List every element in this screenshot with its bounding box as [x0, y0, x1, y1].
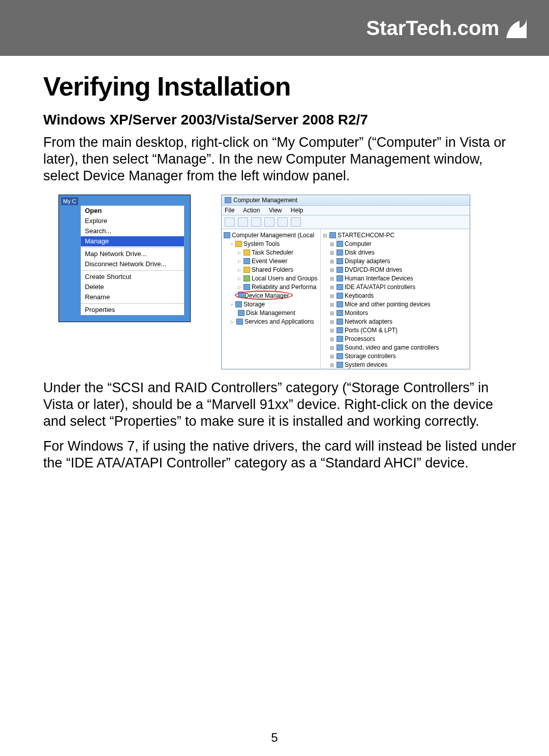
context-menu-item[interactable]: Properties: [81, 305, 184, 315]
context-menu-item-selected[interactable]: Manage: [81, 236, 184, 246]
toolbar-refresh-button[interactable]: [291, 217, 301, 227]
tree-node[interactable]: Display adapters: [323, 257, 468, 266]
tree-node[interactable]: Computer Management (Local: [224, 231, 318, 240]
page-header: StarTech.com: [0, 0, 549, 56]
tree-node[interactable]: Disk drives: [323, 248, 468, 257]
tree-node[interactable]: Reliability and Performa: [224, 283, 318, 292]
window-titlebar: Computer Management: [222, 195, 470, 206]
paragraph-1: From the main desktop, right-click on “M…: [43, 134, 518, 184]
tree-node[interactable]: Computer: [323, 240, 468, 248]
brand-logo: StarTech.com: [366, 16, 529, 40]
tree-node[interactable]: Keyboards: [323, 292, 468, 300]
tree-node[interactable]: DVD/CD-ROM drives: [323, 266, 468, 274]
menu-action[interactable]: Action: [243, 207, 260, 214]
tree-node[interactable]: System Tools: [224, 240, 318, 248]
context-menu-item[interactable]: Search...: [81, 226, 184, 236]
brand-icon: [504, 16, 529, 40]
menu-help[interactable]: Help: [291, 207, 303, 214]
tree-node[interactable]: Event Viewer: [224, 257, 318, 266]
menu-separator: [81, 303, 184, 304]
menu-file[interactable]: File: [225, 207, 234, 214]
tree-node[interactable]: STARTECHCOM-PC: [323, 231, 468, 240]
paragraph-3: For Windows 7, if using the native drive…: [43, 438, 518, 471]
section-subtitle: Windows XP/Server 2003/Vista/Server 2008…: [43, 112, 518, 128]
right-tree-pane: STARTECHCOM-PC Computer Disk drives Disp…: [321, 229, 470, 369]
toolbar-back-button[interactable]: [225, 217, 235, 227]
tree-node[interactable]: Local Users and Groups: [224, 274, 318, 283]
tree-node[interactable]: IDE ATA/ATAPI controllers: [323, 283, 468, 292]
tree-node[interactable]: Ports (COM & LPT): [323, 326, 468, 335]
context-menu-item[interactable]: Disconnect Network Drive...: [81, 259, 184, 269]
tree-node[interactable]: Mice and other pointing devices: [323, 300, 468, 309]
toolbar-help-button[interactable]: [278, 217, 288, 227]
brand-text: StarTech.com: [366, 17, 499, 40]
toolbar-properties-button[interactable]: [264, 217, 274, 227]
computer-management-screenshot: Computer Management File Action View Hel…: [221, 195, 470, 369]
menu-separator: [81, 270, 184, 271]
tree-node[interactable]: Sound, video and game controllers: [323, 343, 468, 352]
tree-node[interactable]: System devices: [323, 361, 468, 369]
page-title: Verifying Installation: [43, 71, 518, 102]
window-menubar: File Action View Help: [222, 206, 470, 215]
menu-view[interactable]: View: [269, 207, 282, 214]
context-menu: Open Explore Search... Manage Map Networ…: [80, 205, 185, 316]
menu-separator: [81, 247, 184, 248]
tree-node[interactable]: Human Interface Devices: [323, 274, 468, 283]
context-menu-item[interactable]: Open: [81, 206, 184, 216]
context-menu-item[interactable]: Create Shortcut: [81, 272, 184, 282]
figure-row: My C Open Explore Search... Manage Map N…: [58, 195, 518, 369]
page-content: Verifying Installation Windows XP/Server…: [0, 56, 549, 471]
context-menu-screenshot: My C Open Explore Search... Manage Map N…: [58, 195, 191, 322]
toolbar-forward-button[interactable]: [238, 217, 248, 227]
tree-node[interactable]: Monitors: [323, 309, 468, 318]
window-body: Computer Management (Local System Tools …: [222, 229, 470, 369]
tree-node[interactable]: Shared Folders: [224, 266, 318, 274]
context-menu-item[interactable]: Map Network Drive...: [81, 249, 184, 259]
context-menu-item[interactable]: Rename: [81, 292, 184, 302]
window-toolbar: [222, 215, 470, 229]
left-tree-pane: Computer Management (Local System Tools …: [222, 229, 321, 369]
toolbar-up-button[interactable]: [251, 217, 261, 227]
paragraph-2: Under the “SCSI and RAID Controllers” ca…: [43, 380, 518, 430]
tree-node[interactable]: Processors: [323, 335, 468, 343]
tree-node-device-manager[interactable]: Device Manager: [224, 292, 318, 300]
tree-node[interactable]: Network adapters: [323, 318, 468, 326]
page-number: 5: [0, 731, 549, 745]
context-menu-item[interactable]: Explore: [81, 216, 184, 226]
desktop-icon-label: My C: [61, 197, 78, 205]
app-icon: [225, 197, 231, 203]
tree-node[interactable]: Storage: [224, 300, 318, 309]
tree-node[interactable]: Disk Management: [224, 309, 318, 318]
window-title: Computer Management: [233, 197, 297, 204]
tree-node[interactable]: Task Scheduler: [224, 248, 318, 257]
context-menu-item[interactable]: Delete: [81, 282, 184, 292]
tree-node[interactable]: Storage controllers: [323, 352, 468, 361]
tree-node[interactable]: Services and Applications: [224, 318, 318, 326]
